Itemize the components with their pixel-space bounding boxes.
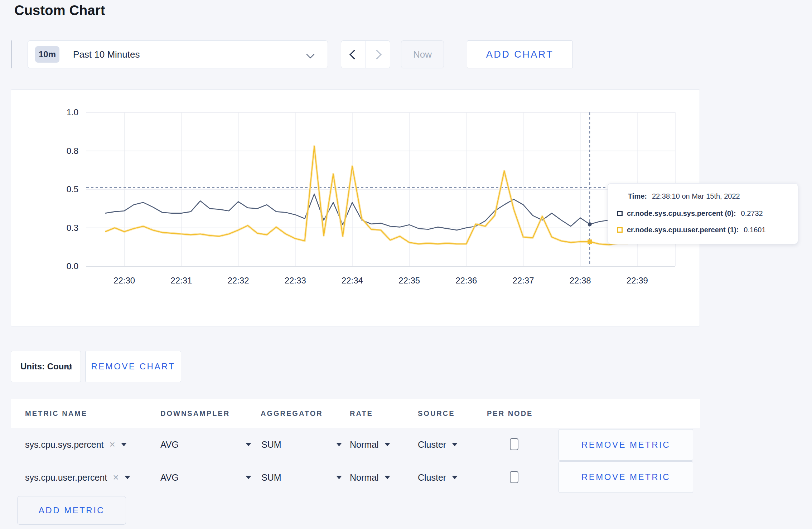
add-metric-button[interactable]: ADD METRIC <box>17 496 126 525</box>
add-chart-button[interactable]: ADD CHART <box>467 40 573 68</box>
table-row: sys.cpu.user.percent × AVG SUM Normal Cl… <box>11 461 700 494</box>
svg-text:0.3: 0.3 <box>67 223 78 233</box>
next-time-button[interactable] <box>366 41 390 68</box>
col-header-per-node: PER NODE <box>487 399 533 428</box>
col-header-downsampler: DOWNSAMPLER <box>160 399 230 428</box>
tooltip-series-row: cr.node.sys.cpu.user.percent (1): 0.1601 <box>617 226 766 234</box>
chevron-down-icon[interactable] <box>246 443 251 446</box>
aggregator-value: SUM <box>261 472 281 483</box>
metric-name-label: sys.cpu.sys.percent <box>25 440 104 450</box>
chart-svg[interactable]: 22:3022:3122:3222:3322:3422:3522:3622:37… <box>11 90 700 326</box>
metric-name-label: sys.cpu.user.percent <box>25 472 107 483</box>
svg-text:22:38: 22:38 <box>570 276 591 285</box>
tooltip-series-name: cr.node.sys.cpu.user.percent (1): <box>627 226 739 234</box>
per-node-checkbox[interactable] <box>510 438 518 450</box>
chevron-down-icon[interactable] <box>336 443 342 446</box>
aggregator-select[interactable]: SUM <box>261 461 281 494</box>
col-header-source: SOURCE <box>418 399 455 428</box>
time-window-label: Past 10 Minutes <box>73 49 140 60</box>
tooltip-time-row: Time:22:38:10 on Mar 15th, 2022 <box>628 192 740 200</box>
tooltip-series-value: 0.1601 <box>744 226 765 234</box>
aggregator-select[interactable]: SUM <box>261 428 281 461</box>
svg-text:22:35: 22:35 <box>398 276 420 285</box>
rate-select[interactable]: Normal <box>350 461 390 494</box>
chevron-down-icon <box>452 476 458 479</box>
chevron-down-icon[interactable] <box>246 476 251 479</box>
user-series-swatch-icon <box>617 227 623 233</box>
page-title: Custom Chart <box>14 3 105 18</box>
source-select[interactable]: Cluster <box>418 461 458 494</box>
time-pager <box>341 40 390 68</box>
svg-text:22:34: 22:34 <box>342 276 363 285</box>
per-node-checkbox[interactable] <box>510 471 518 483</box>
chevron-down-icon <box>121 443 127 446</box>
downsampler-select[interactable]: AVG <box>160 428 179 461</box>
chevron-down-icon <box>385 443 390 446</box>
downsampler-value: AVG <box>160 440 179 450</box>
tooltip-time-label: Time: <box>628 192 647 200</box>
source-value: Cluster <box>418 440 446 450</box>
svg-text:22:37: 22:37 <box>512 276 534 285</box>
svg-text:22:30: 22:30 <box>113 276 135 285</box>
chart-tooltip: Time:22:38:10 on Mar 15th, 2022 cr.node.… <box>608 183 798 244</box>
svg-text:22:33: 22:33 <box>285 276 306 285</box>
tooltip-series-value: 0.2732 <box>741 209 763 218</box>
tooltip-series-name: cr.node.sys.cpu.sys.percent (0): <box>627 209 736 218</box>
metric-name-dropdown[interactable]: sys.cpu.user.percent × <box>25 461 130 494</box>
time-window-badge: 10m <box>35 46 59 63</box>
remove-metric-button[interactable]: REMOVE METRIC <box>559 461 693 493</box>
svg-text:22:31: 22:31 <box>170 276 192 285</box>
svg-text:0.8: 0.8 <box>67 146 78 156</box>
svg-text:22:36: 22:36 <box>455 276 477 285</box>
col-header-metric-name: METRIC NAME <box>25 399 87 428</box>
source-select[interactable]: Cluster <box>418 428 458 461</box>
svg-text:22:32: 22:32 <box>227 276 249 285</box>
chevron-down-icon <box>452 443 458 446</box>
metrics-table-header: METRIC NAME DOWNSAMPLER AGGREGATOR RATE … <box>11 399 700 428</box>
clear-metric-icon[interactable]: × <box>110 439 115 450</box>
chevron-left-icon <box>349 50 359 59</box>
tooltip-time-value: 22:38:10 on Mar 15th, 2022 <box>652 192 740 200</box>
prev-time-button[interactable] <box>341 41 366 68</box>
toolbar-divider <box>11 40 12 68</box>
tooltip-series-row: cr.node.sys.cpu.sys.percent (0): 0.2732 <box>617 209 763 218</box>
clear-metric-icon[interactable]: × <box>113 472 119 483</box>
chevron-down-icon <box>125 476 130 479</box>
svg-text:0.0: 0.0 <box>67 261 78 271</box>
downsampler-value: AVG <box>160 472 179 483</box>
chevron-down-icon <box>385 476 390 479</box>
sys-series-swatch-icon <box>617 211 623 216</box>
aggregator-value: SUM <box>261 440 281 450</box>
downsampler-select[interactable]: AVG <box>160 461 179 494</box>
svg-text:22:39: 22:39 <box>627 276 648 285</box>
metric-name-dropdown[interactable]: sys.cpu.sys.percent × <box>25 428 127 461</box>
chevron-right-icon <box>372 50 382 59</box>
rate-value: Normal <box>350 472 379 483</box>
time-window-dropdown[interactable]: 10m Past 10 Minutes <box>28 40 328 68</box>
chart-card: 22:3022:3122:3222:3322:3422:3522:3622:37… <box>11 89 700 326</box>
units-dropdown[interactable]: Units: Count <box>11 351 81 382</box>
now-button[interactable]: Now <box>401 40 444 68</box>
rate-value: Normal <box>350 440 379 450</box>
svg-text:0.5: 0.5 <box>67 184 78 194</box>
remove-chart-button[interactable]: REMOVE CHART <box>85 351 181 382</box>
svg-text:1.0: 1.0 <box>67 107 78 117</box>
chevron-down-icon <box>306 50 315 59</box>
units-label: Units: Count <box>20 361 72 372</box>
source-value: Cluster <box>418 472 446 483</box>
col-header-rate: RATE <box>350 399 373 428</box>
table-row: sys.cpu.sys.percent × AVG SUM Normal Clu… <box>11 428 700 461</box>
col-header-aggregator: AGGREGATOR <box>261 399 323 428</box>
rate-select[interactable]: Normal <box>350 428 390 461</box>
chevron-down-icon[interactable] <box>336 476 342 479</box>
remove-metric-button[interactable]: REMOVE METRIC <box>559 429 693 461</box>
